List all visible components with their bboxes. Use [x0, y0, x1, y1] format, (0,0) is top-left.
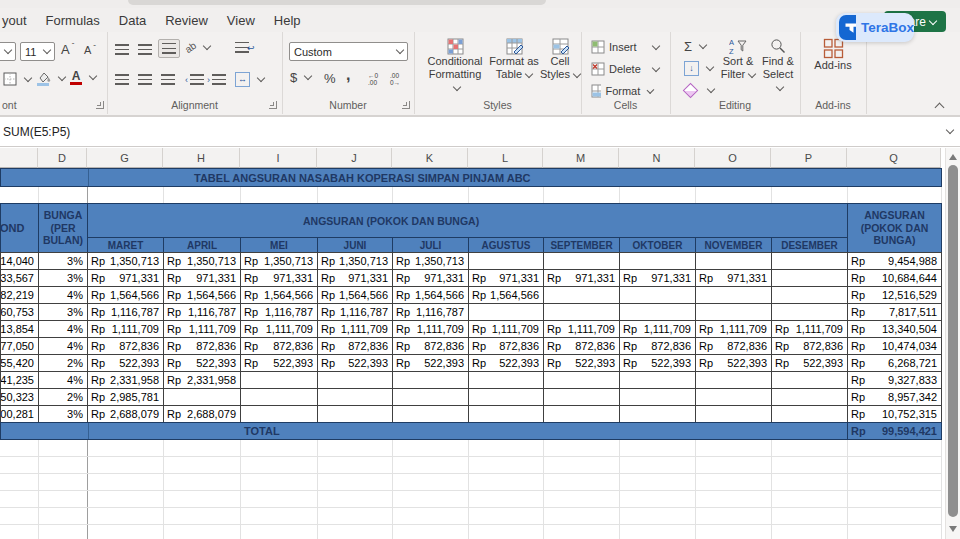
cell-month-empty[interactable]: [240, 405, 318, 423]
cell-month-amount[interactable]: Rp872,836: [695, 337, 772, 355]
cell-plafond[interactable]: 77,050: [0, 337, 39, 355]
cell-month-empty[interactable]: [619, 252, 696, 270]
scrollbar-thumb[interactable]: [948, 165, 958, 517]
wrap-text-button[interactable]: ↩: [235, 42, 255, 53]
cell-month-empty[interactable]: [392, 371, 469, 389]
cell-month-empty[interactable]: [163, 388, 241, 406]
header-month-mei[interactable]: MEI: [240, 237, 318, 253]
col-header-O[interactable]: O: [695, 148, 771, 168]
menu-tab-view[interactable]: View: [227, 13, 255, 28]
cell-month-amount[interactable]: Rp1,350,713: [87, 252, 164, 270]
col-header-cut[interactable]: [0, 148, 38, 168]
cell-month-empty[interactable]: [619, 405, 696, 423]
decrease-decimal-button[interactable]: .000→: [390, 72, 400, 86]
number-format-select[interactable]: Custom: [289, 42, 408, 61]
cell-month-empty[interactable]: [468, 303, 544, 321]
align-right-button[interactable]: [161, 74, 175, 85]
cell-month-amount[interactable]: Rp971,331: [87, 269, 164, 287]
header-bunga-cell[interactable]: BUNGA(PERBULAN): [38, 203, 88, 253]
insert-cells-button[interactable]: Insert: [591, 40, 659, 54]
cell-month-amount[interactable]: Rp1,564,566: [87, 286, 164, 304]
header-angsuran-cell[interactable]: ANGSURAN (POKOK DAN BUNGA): [87, 203, 848, 238]
align-center-button[interactable]: [138, 74, 152, 85]
cell-month-empty[interactable]: [392, 405, 469, 423]
cell-month-amount[interactable]: Rp2,985,781: [87, 388, 164, 406]
cell-month-amount[interactable]: Rp1,116,787: [163, 303, 241, 321]
cell-month-amount[interactable]: Rp872,836: [543, 337, 620, 355]
cell-month-amount[interactable]: Rp1,111,709: [771, 320, 848, 338]
cell-month-amount[interactable]: Rp971,331: [392, 269, 469, 287]
cell-month-empty[interactable]: [468, 388, 544, 406]
cell-month-amount[interactable]: Rp522,393: [695, 354, 772, 372]
vertical-scrollbar[interactable]: [945, 148, 960, 539]
cell-plafond[interactable]: 50,323: [0, 388, 39, 406]
header-month-oktober[interactable]: OKTOBER: [619, 237, 696, 253]
cell-month-amount[interactable]: Rp2,688,079: [87, 405, 164, 423]
font-color-button[interactable]: A: [70, 70, 96, 85]
cell-month-empty[interactable]: [695, 252, 772, 270]
cell-month-empty[interactable]: [771, 269, 848, 287]
cell-month-amount[interactable]: Rp1,564,566: [468, 286, 544, 304]
clear-button[interactable]: [685, 85, 714, 96]
cell-row-total[interactable]: Rp10,474,034: [847, 337, 942, 355]
cell-month-empty[interactable]: [771, 286, 848, 304]
header-month-agustus[interactable]: AGUSTUS: [468, 237, 544, 253]
cell-month-empty[interactable]: [695, 388, 772, 406]
cell-month-empty[interactable]: [468, 252, 544, 270]
cell-bunga[interactable]: 2%: [38, 354, 88, 372]
worksheet-grid[interactable]: DGHIJKLMNOPQTABEL ANGSURAN NASABAH KOPER…: [0, 148, 945, 539]
number-dialog-launcher[interactable]: [402, 101, 410, 109]
cell-month-empty[interactable]: [543, 371, 620, 389]
cell-plafond[interactable]: 14,040: [0, 252, 39, 270]
cell-row-total[interactable]: Rp9,327,833: [847, 371, 942, 389]
scroll-up-icon[interactable]: [949, 154, 957, 160]
align-top-button[interactable]: [115, 44, 129, 55]
cell-month-amount[interactable]: Rp872,836: [468, 337, 544, 355]
formula-bar[interactable]: SUM(E5:P5): [0, 116, 960, 147]
autosum-button[interactable]: Σ: [684, 39, 706, 54]
cell-plafond[interactable]: 00,281: [0, 405, 39, 423]
sort-filter-button[interactable]: AZ Sort & Filter: [717, 38, 759, 81]
cell-month-empty[interactable]: [240, 388, 318, 406]
cell-plafond[interactable]: 41,235: [0, 371, 39, 389]
col-header-D[interactable]: D: [38, 148, 87, 168]
cell-row-total[interactable]: Rp6,268,721: [847, 354, 942, 372]
cell-month-amount[interactable]: Rp971,331: [695, 269, 772, 287]
cell-month-amount[interactable]: Rp1,116,787: [240, 303, 318, 321]
cell-month-empty[interactable]: [695, 286, 772, 304]
find-select-button[interactable]: Find & Select: [758, 38, 798, 94]
orientation-button[interactable]: ab: [185, 42, 210, 53]
cell-plafond[interactable]: 60,753: [0, 303, 39, 321]
cell-month-amount[interactable]: Rp522,393: [240, 354, 318, 372]
cell-month-amount[interactable]: Rp1,111,709: [317, 320, 393, 338]
total-label-cell[interactable]: TOTAL: [0, 422, 848, 440]
merge-center-button[interactable]: ↔: [235, 72, 264, 87]
menu-tab-review[interactable]: Review: [165, 13, 208, 28]
col-header-L[interactable]: L: [468, 148, 543, 168]
terabox-widget[interactable]: TeraBox: [836, 13, 914, 42]
increase-font-size-button[interactable]: Aˆ: [61, 42, 74, 57]
cell-month-empty[interactable]: [619, 371, 696, 389]
col-header-M[interactable]: M: [543, 148, 619, 168]
borders-button[interactable]: [3, 72, 31, 86]
cell-month-amount[interactable]: Rp522,393: [317, 354, 393, 372]
header-plafond-cell[interactable]: OND: [0, 203, 39, 253]
cell-month-empty[interactable]: [468, 371, 544, 389]
increase-decimal-button[interactable]: ←0.00: [368, 72, 378, 86]
accounting-format-button[interactable]: $: [290, 70, 311, 85]
cell-month-empty[interactable]: [619, 388, 696, 406]
delete-cells-button[interactable]: Delete: [591, 62, 659, 76]
cell-month-amount[interactable]: Rp522,393: [163, 354, 241, 372]
cell-month-amount[interactable]: Rp1,111,709: [240, 320, 318, 338]
col-header-I[interactable]: I: [240, 148, 317, 168]
cell-month-amount[interactable]: Rp1,116,787: [317, 303, 393, 321]
cell-month-empty[interactable]: [695, 371, 772, 389]
cell-row-total[interactable]: Rp7,817,511: [847, 303, 942, 321]
cell-month-amount[interactable]: Rp1,116,787: [392, 303, 469, 321]
cell-month-amount[interactable]: Rp522,393: [87, 354, 164, 372]
align-left-button[interactable]: [115, 74, 129, 85]
header-month-november[interactable]: NOVEMBER: [695, 237, 772, 253]
cell-month-amount[interactable]: Rp1,350,713: [163, 252, 241, 270]
cell-row-total[interactable]: Rp13,340,504: [847, 320, 942, 338]
percent-style-button[interactable]: %: [324, 71, 336, 86]
